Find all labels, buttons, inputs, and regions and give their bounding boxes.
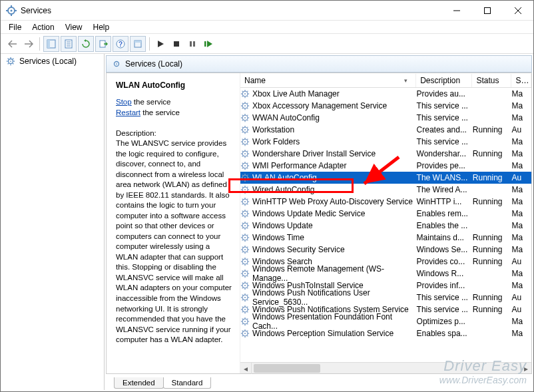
minimize-button[interactable]	[441, 1, 472, 21]
service-row[interactable]: WinHTTP Web Proxy Auto-Discovery Service…	[240, 196, 531, 208]
gear-icon	[240, 329, 250, 338]
service-row[interactable]: Wired AutoConfigThe Wired A...Ma	[240, 184, 531, 196]
export-list-button[interactable]	[95, 36, 111, 52]
close-button[interactable]	[503, 1, 533, 21]
svg-rect-11	[47, 40, 50, 48]
svg-line-186	[247, 259, 248, 260]
service-name: Xbox Accessory Management Service	[252, 101, 387, 110]
stop-service-button[interactable]	[168, 36, 184, 52]
service-name: Xbox Live Auth Manager	[252, 89, 340, 98]
service-desc: Provides inf...	[417, 281, 473, 290]
restart-service-button[interactable]	[200, 36, 216, 52]
svg-line-74	[247, 132, 248, 132]
svg-line-216	[247, 295, 248, 295]
toolbar-extra-button[interactable]	[130, 36, 146, 52]
service-row[interactable]: WMI Performance AdapterProvides pe...Ma	[240, 160, 531, 172]
service-row[interactable]: Windows Perception Simulation ServiceEna…	[240, 327, 531, 339]
refresh-button[interactable]	[78, 36, 94, 52]
svg-line-53	[242, 103, 243, 104]
service-startup: Ma	[512, 233, 531, 242]
service-row[interactable]: Windows Remote Management (WS-Manage...W…	[240, 268, 531, 280]
service-row[interactable]: Work FoldersThis service ...Ma	[240, 136, 531, 148]
service-detail-panel: WLAN AutoConfig Stop the service Restart…	[107, 73, 240, 373]
svg-point-1	[11, 9, 13, 11]
service-desc: Wondershar...	[417, 149, 473, 158]
svg-line-66	[247, 115, 248, 116]
svg-line-33	[8, 63, 9, 64]
service-desc: Windows R...	[417, 269, 473, 278]
show-hide-tree-button[interactable]	[43, 36, 59, 52]
tab-extended[interactable]: Extended	[114, 377, 164, 389]
pane-header-label: Services (Local)	[125, 59, 182, 69]
back-button[interactable]	[5, 36, 21, 52]
svg-line-56	[247, 103, 248, 104]
service-row[interactable]: Windows Update Medic ServiceEnables rem.…	[240, 208, 531, 220]
scroll-left-icon[interactable]: ◂	[240, 363, 252, 374]
service-row[interactable]: Xbox Accessory Management ServiceThis se…	[240, 100, 531, 112]
menu-help[interactable]: Help	[89, 21, 114, 33]
svg-line-176	[247, 247, 248, 248]
service-row[interactable]: WLAN AutoConfigThe WLANS...RunningAu	[240, 172, 531, 184]
service-startup: Ma	[512, 161, 531, 170]
service-row[interactable]: Windows Security ServiceWindows Se...Run…	[240, 244, 531, 256]
svg-line-76	[247, 127, 248, 128]
svg-point-128	[244, 201, 246, 202]
tab-standard[interactable]: Standard	[163, 377, 212, 389]
col-startup[interactable]: Sta	[511, 74, 531, 87]
service-startup: Ma	[512, 209, 531, 218]
col-name[interactable]: Name▾	[240, 74, 416, 87]
menu-file[interactable]: File	[5, 21, 25, 33]
service-row[interactable]: Windows TimeMaintains d...RunningMa	[240, 232, 531, 244]
svg-line-213	[242, 295, 243, 295]
scroll-thumb[interactable]	[254, 364, 320, 373]
svg-point-168	[244, 249, 246, 250]
gear-icon	[240, 89, 250, 98]
service-row[interactable]: Windows Presentation Foundation Font Cac…	[240, 315, 531, 327]
svg-rect-22	[190, 41, 192, 47]
svg-line-226	[247, 307, 248, 307]
service-rows[interactable]: Xbox Live Auth ManagerProvides au...MaXb…	[240, 88, 531, 362]
horizontal-scrollbar[interactable]: ◂ ▸	[240, 362, 531, 373]
gear-icon	[240, 269, 250, 278]
service-row[interactable]: Wondershare Driver Install ServiceWonder…	[240, 148, 531, 160]
service-startup: Ma	[512, 197, 531, 206]
stop-link[interactable]: Stop	[116, 98, 132, 106]
gear-icon	[240, 161, 250, 170]
svg-line-45	[242, 96, 243, 97]
service-startup: Ma	[512, 149, 531, 158]
menu-view[interactable]: View	[61, 21, 87, 33]
service-name: Windows Update Medic Service	[252, 209, 365, 218]
service-startup: Au	[512, 293, 531, 302]
tree-root-node[interactable]: Services (Local)	[1, 54, 104, 69]
svg-rect-21	[174, 41, 179, 47]
stop-suffix: the service	[132, 98, 171, 106]
restart-link[interactable]: Restart	[116, 108, 140, 116]
svg-line-64	[247, 120, 248, 120]
service-desc: The Wired A...	[417, 185, 473, 194]
menu-action[interactable]: Action	[28, 21, 58, 33]
service-desc: This service ...	[417, 293, 473, 302]
service-row[interactable]: Windows UpdateEnables the ...Ma	[240, 220, 531, 232]
service-row[interactable]: Xbox Live Auth ManagerProvides au...Ma	[240, 88, 531, 100]
maximize-button[interactable]	[472, 1, 503, 21]
svg-line-54	[247, 108, 248, 108]
pause-service-button[interactable]	[184, 36, 200, 52]
service-row[interactable]: WWAN AutoConfigThis service ...Ma	[240, 112, 531, 124]
svg-line-116	[247, 175, 248, 176]
service-name: Wired AutoConfig	[252, 185, 314, 194]
col-status[interactable]: Status	[472, 74, 511, 87]
service-row[interactable]: Windows Push Notifications User Service_…	[240, 292, 531, 303]
col-description[interactable]: Description	[416, 74, 472, 87]
forward-button[interactable]	[21, 36, 37, 52]
svg-line-44	[247, 96, 248, 97]
start-service-button[interactable]	[152, 36, 168, 52]
service-status: Running	[473, 173, 512, 182]
properties-button[interactable]	[61, 36, 77, 52]
gear-icon	[240, 125, 250, 134]
service-row[interactable]: WorkstationCreates and...RunningAu	[240, 124, 531, 136]
service-desc: Maintains d...	[417, 233, 473, 242]
scroll-right-icon[interactable]: ▸	[520, 363, 531, 374]
help-button[interactable]: ?	[113, 36, 129, 52]
service-desc: Provides co...	[417, 257, 473, 266]
toolbar-sep	[39, 37, 40, 51]
